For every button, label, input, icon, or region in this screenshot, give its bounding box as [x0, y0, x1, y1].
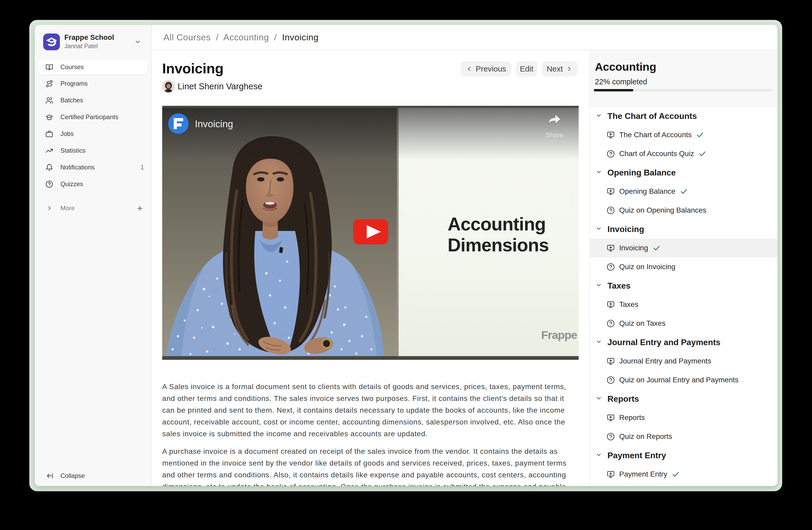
svg-text:Frappe: Frappe [541, 329, 577, 341]
svg-text:Dimensions: Dimensions [448, 235, 549, 255]
svg-text:Accounting: Accounting [448, 214, 546, 234]
svg-text:Invoicing: Invoicing [195, 118, 233, 129]
svg-text:Share: Share [546, 131, 564, 139]
